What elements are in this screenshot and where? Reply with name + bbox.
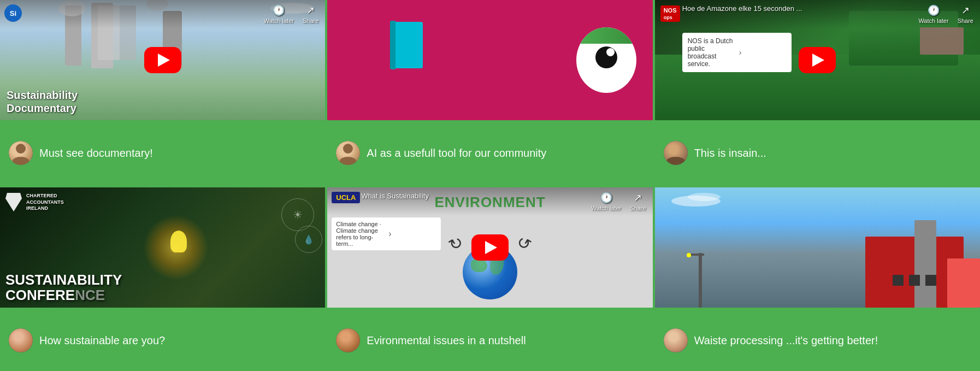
conf-title-area: SUSTAINABILITYCONFERENCE: [5, 272, 122, 303]
card-info-1: Must see documentary!: [0, 120, 325, 185]
thumbnail-1[interactable]: 🕐 Watch later ↗ Share Si SustainabilityD…: [0, 0, 325, 120]
watch-later-icon-3: 🕐: [928, 4, 940, 16]
card-info-3: This is insain...: [655, 120, 980, 185]
video-title-3: Hoe de Amazone elke 15 seconden ...: [682, 4, 909, 13]
avatar-image-5: [336, 328, 360, 352]
comment-text-1: Must see documentary!: [39, 146, 153, 160]
avatar-1: [9, 141, 33, 165]
avatar-image-4: [9, 328, 33, 352]
card-3: 🕐 Watch later ↗ Share NOSops Hoe de Amaz…: [655, 0, 980, 185]
avatar-3: [664, 141, 688, 165]
share-label-3: Share: [958, 17, 973, 24]
watch-later-btn-5[interactable]: 🕐 Watch later: [591, 192, 621, 211]
charter-org-text: CHARTEREDACCOUNTANTSIRELAND: [26, 193, 64, 212]
share-icon-3: ↗: [961, 4, 970, 16]
avatar-6: [664, 328, 688, 352]
watch-later-icon-5: 🕐: [600, 192, 612, 204]
avatar-image-3: [664, 141, 688, 165]
watch-later-btn-3[interactable]: 🕐 Watch later: [918, 4, 948, 24]
watch-later-label-1: Watch later: [264, 17, 294, 24]
climate-popup-text-5: Climate change · Climate change refers t…: [336, 221, 384, 247]
card-2: AI as a usefull tool for our community: [327, 0, 652, 185]
comment-text-4: How sustainable are you?: [39, 333, 165, 348]
nos-badge: NOSops: [660, 5, 680, 22]
thumbnail-2[interactable]: [327, 0, 652, 120]
channel-circle-1: Si: [4, 4, 22, 22]
climate-popup-arrow: ›: [388, 229, 436, 239]
avatar-image-1: [9, 141, 33, 165]
thumbnail-5[interactable]: ENVIRONMENT ↻ ↺ 🕐 Watch later ↗: [327, 187, 652, 308]
thumbnail-3[interactable]: 🕐 Watch later ↗ Share NOSops Hoe de Amaz…: [655, 0, 980, 120]
info-popup-arrow-3: ›: [739, 48, 786, 57]
top-overlay-1: 🕐 Watch later ↗ Share: [0, 0, 325, 28]
play-button-3[interactable]: [799, 47, 836, 73]
video-overlay-title-1: SustainabilityDocumentary: [7, 89, 78, 115]
avatar-image-6: [664, 328, 688, 352]
info-popup-3: NOS is a Dutch public broadcast service.…: [682, 33, 792, 72]
share-btn-1[interactable]: ↗ Share: [303, 4, 318, 24]
watch-later-label-3: Watch later: [918, 17, 948, 24]
share-icon-1: ↗: [306, 4, 315, 16]
card-info-2: AI as a usefull tool for our community: [327, 120, 652, 185]
card-4: ☀ 💧 CHARTEREDACCOUNTANTSIRELAND SUSTAINA…: [0, 187, 325, 371]
watch-later-btn-1[interactable]: 🕐 Watch later: [264, 4, 294, 24]
comment-text-3: This is insain...: [694, 146, 766, 160]
share-label-1: Share: [303, 17, 318, 24]
comment-text-6: Waiste processing ...it's getting better…: [694, 333, 878, 348]
avatar-4: [9, 328, 33, 352]
share-btn-3[interactable]: ↗ Share: [958, 4, 973, 24]
watch-later-label-5: Watch later: [591, 205, 621, 211]
video-grid: 🕐 Watch later ↗ Share Si SustainabilityD…: [0, 0, 980, 371]
share-btn-5[interactable]: ↗ Share: [630, 192, 646, 211]
share-label-5: Share: [630, 205, 646, 211]
thumbnail-4[interactable]: ☀ 💧 CHARTEREDACCOUNTANTSIRELAND SUSTAINA…: [0, 187, 325, 308]
comment-text-5: Evironmental issues in a nutshell: [367, 333, 526, 348]
comment-text-2: AI as a usefull tool for our community: [367, 146, 546, 160]
card-1: 🕐 Watch later ↗ Share Si SustainabilityD…: [0, 0, 325, 185]
card-5: ENVIRONMENT ↻ ↺ 🕐 Watch later ↗: [327, 187, 652, 371]
card-info-4: How sustainable are you?: [0, 308, 325, 371]
info-popup-text-3: NOS is a Dutch public broadcast service.: [688, 37, 735, 68]
climate-popup-5: Climate change · Climate change refers t…: [332, 217, 441, 250]
thumbnail-6[interactable]: [655, 187, 980, 308]
avatar-2: [336, 141, 360, 165]
play-button-1[interactable]: [144, 47, 181, 73]
channel-badge-1: Si: [4, 4, 22, 22]
charter-shield: [5, 193, 22, 211]
video-title-5: What is Sustainability: [361, 192, 429, 200]
avatar-image-2: [336, 141, 360, 165]
card-6: Waiste processing ...it's getting better…: [655, 187, 980, 371]
play-button-5[interactable]: [471, 234, 509, 261]
card-info-6: Waiste processing ...it's getting better…: [655, 308, 980, 371]
card-info-5: Evironmental issues in a nutshell: [327, 308, 652, 371]
ucla-badge-5: UCLA: [332, 192, 360, 203]
watch-later-icon: 🕐: [273, 4, 285, 16]
share-icon-5: ↗: [634, 192, 642, 204]
avatar-5: [336, 328, 360, 352]
